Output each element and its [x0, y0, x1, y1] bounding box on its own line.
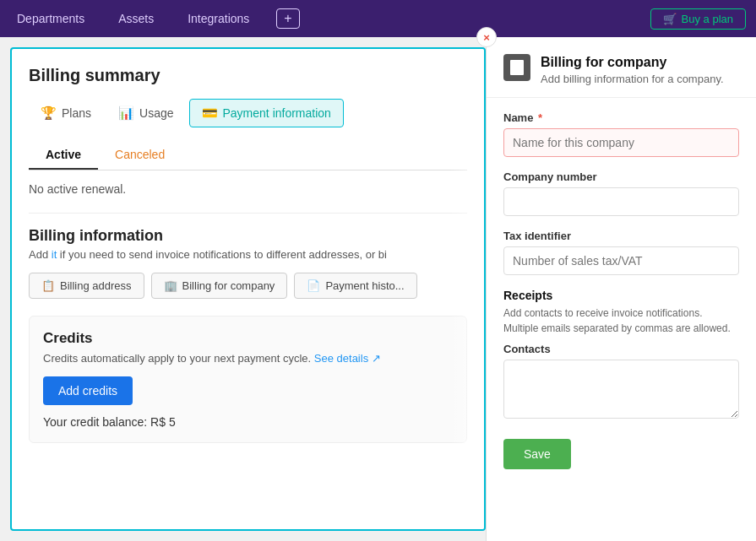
billing-nav-row: 📋 Billing address 🏢 Billing for company … — [29, 273, 467, 299]
tab-plans[interactable]: 🏆 Plans — [29, 100, 103, 127]
subtabs-row: Active Canceled — [29, 141, 467, 170]
billing-address-icon: 📋 — [41, 279, 55, 292]
billing-info-subtitle: Add it if you need to send invoice notif… — [29, 248, 467, 261]
company-number-input[interactable] — [503, 187, 739, 216]
payment-history-label: Payment histo... — [325, 279, 404, 292]
buy-plan-label: Buy a plan — [682, 13, 733, 25]
billing-address-label: Billing address — [60, 279, 132, 292]
billing-company-icon: 🏢 — [164, 279, 177, 292]
credits-sub-text: Credits automatically apply to your next… — [43, 352, 311, 365]
close-button[interactable]: × — [476, 27, 497, 47]
credits-section: Credits Credits automatically apply to y… — [29, 316, 467, 443]
buy-plan-button[interactable]: 🛒 Buy a plan — [650, 8, 746, 30]
payment-history-icon: 📄 — [307, 279, 320, 292]
tab-plans-label: Plans — [62, 106, 91, 120]
nav-integrations[interactable]: Integrations — [181, 8, 256, 29]
building-icon-inner — [510, 60, 524, 75]
billing-info-title: Billing information — [29, 227, 467, 245]
billing-company-label: Billing for company — [182, 279, 275, 292]
tab-payment-information[interactable]: 💳 Payment information — [189, 99, 344, 127]
nav-plus-button[interactable]: + — [276, 8, 299, 29]
usage-icon: 📊 — [118, 105, 134, 121]
contacts-textarea[interactable] — [503, 360, 739, 419]
divider — [29, 213, 467, 214]
drawer-subtitle: Add billing information for a company. — [541, 73, 724, 85]
credits-title: Credits — [43, 330, 453, 347]
right-drawer: × Billing for company Add billing inform… — [486, 37, 756, 541]
nav-assets[interactable]: Assets — [111, 8, 160, 29]
payment-history-btn[interactable]: 📄 Payment histo... — [294, 273, 416, 299]
cart-icon: 🛒 — [663, 13, 677, 25]
receipts-description: Add contacts to receive invoice notifica… — [503, 306, 739, 336]
payment-icon: 💳 — [202, 105, 218, 121]
tax-identifier-label: Tax identifier — [503, 230, 739, 242]
name-label-text: Name — [503, 111, 533, 124]
billing-info-link[interactable]: it — [52, 248, 57, 261]
drawer-header-text: Billing for company Add billing informat… — [541, 54, 724, 85]
company-number-label: Company number — [503, 170, 739, 183]
save-button[interactable]: Save — [503, 439, 571, 469]
tab-usage[interactable]: 📊 Usage — [106, 100, 185, 127]
drawer-title: Billing for company — [541, 54, 724, 70]
billing-summary-title: Billing summary — [29, 66, 467, 85]
nav-departments[interactable]: Departments — [10, 8, 91, 29]
contacts-form-group: Contacts — [503, 343, 739, 422]
subtab-canceled[interactable]: Canceled — [98, 141, 182, 170]
receipts-section: Receipts Add contacts to receive invoice… — [503, 289, 739, 422]
tab-payment-label: Payment information — [223, 106, 331, 120]
credit-balance-text: Your credit balance: R$ 5 — [43, 415, 453, 429]
see-details-link[interactable]: See details ↗ — [314, 352, 381, 365]
drawer-body: Name * Company number Tax identifier Rec… — [487, 98, 756, 541]
add-credits-button[interactable]: Add credits — [43, 376, 133, 405]
name-required-star: * — [538, 111, 542, 124]
company-number-form-group: Company number — [503, 170, 739, 216]
credits-description: Credits automatically apply to your next… — [43, 352, 453, 365]
contacts-label: Contacts — [503, 343, 739, 355]
tab-usage-label: Usage — [139, 106, 173, 120]
top-navigation: Departments Assets Integrations + 🛒 Buy … — [0, 0, 756, 37]
receipts-title: Receipts — [503, 289, 739, 302]
billing-company-btn[interactable]: 🏢 Billing for company — [151, 273, 288, 299]
no-renewal-text: No active renewal. — [29, 182, 467, 196]
plans-icon: 🏆 — [41, 105, 57, 121]
main-area: Billing summary 🏆 Plans 📊 Usage 💳 Paymen… — [0, 37, 756, 541]
tax-identifier-input[interactable] — [503, 246, 739, 275]
left-panel: Billing summary 🏆 Plans 📊 Usage 💳 Paymen… — [10, 47, 486, 531]
name-form-group: Name * — [503, 111, 739, 157]
tax-identifier-form-group: Tax identifier — [503, 230, 739, 275]
main-tabs-row: 🏆 Plans 📊 Usage 💳 Payment information — [29, 99, 467, 127]
billing-address-btn[interactable]: 📋 Billing address — [29, 273, 144, 299]
drawer-header: × Billing for company Add billing inform… — [487, 37, 756, 98]
name-input[interactable] — [503, 128, 739, 157]
subtab-active[interactable]: Active — [29, 141, 98, 170]
drawer-building-icon — [503, 54, 530, 81]
name-label: Name * — [503, 111, 739, 124]
